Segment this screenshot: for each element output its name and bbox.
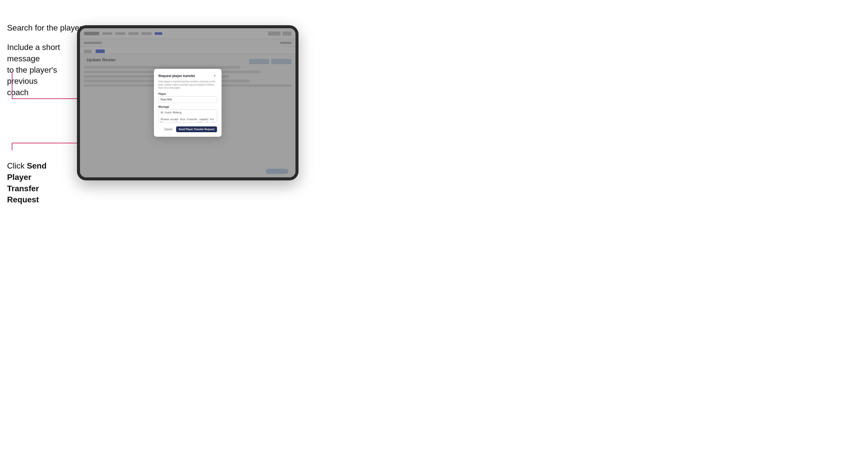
annotation-message-text: Include a short message to the player's … <box>7 42 75 98</box>
modal-dialog: Request player transfer × If the player … <box>154 69 221 137</box>
tablet-device: Update Roster Request player transfer × … <box>77 25 299 180</box>
modal-title: Request player transfer <box>158 74 195 78</box>
player-field-label: Player <box>158 93 217 95</box>
modal-overlay: Request player transfer × If the player … <box>80 28 296 177</box>
annotation-click-text: Click Send Player Transfer Request <box>7 160 63 206</box>
tablet-screen: Update Roster Request player transfer × … <box>80 28 296 177</box>
modal-close-button[interactable]: × <box>213 73 217 78</box>
send-transfer-request-button[interactable]: Send Player Transfer Request <box>176 126 217 132</box>
cancel-button[interactable]: Cancel <box>162 127 174 132</box>
message-field-label: Message <box>158 105 217 108</box>
player-input[interactable] <box>158 96 217 103</box>
modal-header: Request player transfer × <box>158 73 217 78</box>
modal-footer: Cancel Send Player Transfer Request <box>158 126 217 132</box>
message-textarea[interactable]: Hi Coach McHarg, Please accept this tran… <box>158 109 217 122</box>
annotation-search-text: Search for the player. <box>7 22 84 34</box>
modal-description: If the player is transferring from anoth… <box>158 80 217 90</box>
